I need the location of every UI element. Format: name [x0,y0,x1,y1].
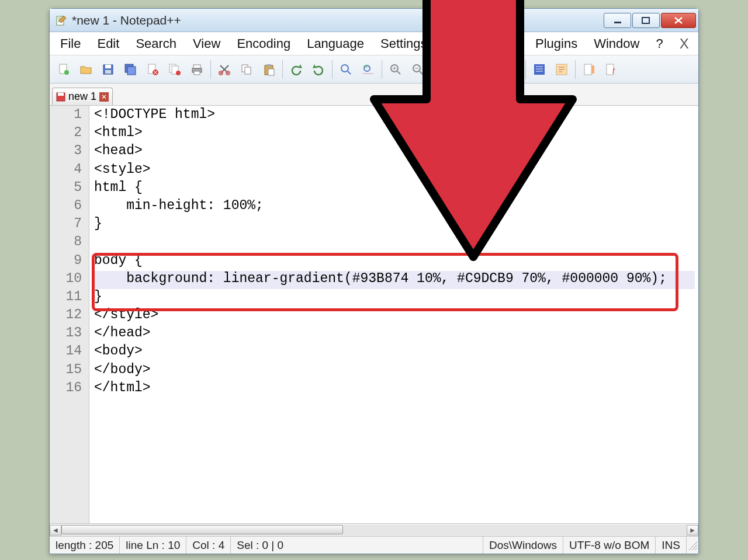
line-number: 11 [50,289,89,307]
svg-rect-33 [534,64,545,75]
code-line: </style> [94,307,695,325]
line-number: 13 [50,325,89,343]
svg-rect-15 [193,65,200,68]
close-button[interactable] [661,13,696,28]
menu-close-doc[interactable]: X [671,33,697,54]
resize-grip-icon[interactable] [687,540,698,551]
scroll-thumb[interactable] [61,525,343,534]
zoom-out-button[interactable] [407,59,428,80]
separator [575,60,576,79]
code-line: <html> [94,125,695,143]
new-file-button[interactable] [53,59,74,80]
svg-rect-2 [642,18,649,23]
line-number: 16 [50,380,89,398]
menu-window[interactable]: Window [586,34,647,54]
replace-button[interactable]: ab [358,59,379,80]
sync-v-button[interactable] [430,59,451,80]
svg-rect-36 [592,65,594,74]
menu-run[interactable]: Run [487,34,527,54]
code-line: <body> [94,343,695,361]
code-line [94,234,695,252]
code-area[interactable]: <!DOCTYPE html> <html> <head> <style> ht… [89,106,698,523]
separator [476,60,476,79]
sync-h-button[interactable] [452,59,473,80]
menu-file[interactable]: File [52,34,89,54]
open-file-button[interactable] [75,59,96,80]
indent-guide-button[interactable] [529,59,550,80]
save-button[interactable] [98,59,119,80]
menu-plugins[interactable]: Plugins [527,34,586,54]
svg-rect-30 [435,65,445,74]
app-window: *new 1 - Notepad++ File Edit Search View… [49,8,699,554]
separator [332,60,333,79]
window-title: *new 1 - Notepad++ [72,13,602,27]
scroll-right-icon[interactable]: ► [687,525,698,535]
code-line: <head> [94,143,695,161]
svg-point-25 [341,65,348,72]
svg-point-14 [176,71,181,75]
print-button[interactable] [186,59,207,80]
svg-rect-40 [58,93,64,96]
line-number: 7 [50,216,89,234]
h-scrollbar[interactable]: ◄ ► [50,523,698,536]
statusbar: length : 205 line Ln : 10 Col : 4 Sel : … [50,536,698,554]
menu-settings[interactable]: Settings [372,34,435,54]
svg-rect-23 [266,64,271,67]
line-number: 8 [50,234,89,252]
zoom-in-button[interactable] [385,59,406,80]
svg-rect-35 [584,64,591,75]
code-line: <!DOCTYPE html> [94,107,695,125]
unsaved-icon [56,92,65,102]
menu-view[interactable]: View [185,34,228,54]
svg-text:¶: ¶ [507,64,512,74]
status-mode: INS [656,537,687,554]
menu-language[interactable]: Language [299,34,372,54]
menu-encoding[interactable]: Encoding [228,34,299,54]
undo-button[interactable] [286,59,307,80]
paste-button[interactable] [258,59,279,80]
menubar: File Edit Search View Encoding Language … [50,32,698,55]
line-number: 4 [50,162,89,180]
maximize-button[interactable] [632,13,660,28]
separator [525,60,526,79]
minimize-button[interactable] [604,13,631,28]
line-number: 10 [50,271,89,289]
function-list-button[interactable]: f [601,59,622,80]
code-line: body { [94,253,695,271]
tab-close-icon[interactable]: ✕ [99,92,109,102]
line-number: 9 [50,253,89,271]
titlebar[interactable]: *new 1 - Notepad++ [50,9,698,32]
doc-map-button[interactable] [579,59,600,80]
line-number: 6 [50,198,89,216]
toolbar: ab ¶ f [50,55,698,84]
code-line: } [94,216,695,234]
tab-label: new 1 [68,91,96,103]
wordwrap-button[interactable] [479,59,500,80]
user-lang-button[interactable] [551,59,572,80]
menu-help[interactable]: ? [647,34,671,54]
redo-button[interactable] [308,59,329,80]
copy-button[interactable] [236,59,257,80]
tab-new1[interactable]: new 1 ✕ [52,88,113,105]
close-file-button[interactable] [142,59,163,80]
code-line: </head> [94,325,695,343]
app-icon [56,15,67,26]
menu-search[interactable]: Search [127,34,185,54]
editor[interactable]: 1 2 3 4 5 6 7 8 9 10 11 12 13 14 15 16 <… [50,106,698,523]
code-line: html { [94,180,695,198]
menu-macro[interactable]: Macro [435,34,487,54]
scroll-left-icon[interactable]: ◄ [50,525,61,535]
svg-rect-21 [245,67,251,74]
scroll-track[interactable] [61,525,687,535]
tab-strip: new 1 ✕ [50,84,698,106]
separator [210,60,211,79]
show-all-chars-button[interactable]: ¶ [501,59,522,80]
line-number: 5 [50,180,89,198]
code-line: </body> [94,362,695,380]
find-button[interactable] [335,59,356,80]
save-all-button[interactable] [120,59,141,80]
line-number: 3 [50,143,89,161]
close-all-button[interactable] [164,59,185,80]
menu-edit[interactable]: Edit [89,34,127,54]
cut-button[interactable] [214,59,235,80]
